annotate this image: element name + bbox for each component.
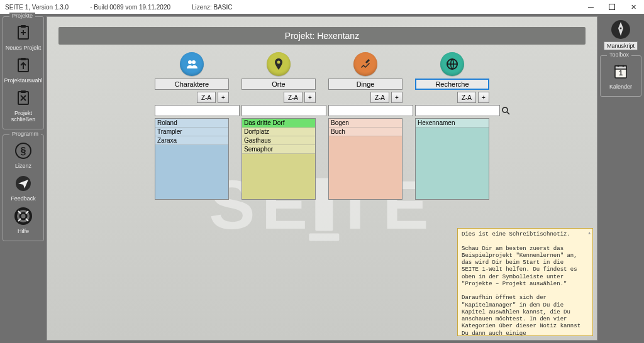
category-title[interactable]: Orte bbox=[242, 79, 316, 90]
calendar-label: Kalender bbox=[609, 84, 632, 90]
sort-button[interactable]: Z-A bbox=[197, 92, 216, 103]
item-list: Das dritte DorfDorfplatzGasthausSemaphor bbox=[242, 118, 316, 200]
window-close-button[interactable] bbox=[623, 0, 644, 14]
search-input[interactable] bbox=[242, 105, 326, 116]
svg-point-9 bbox=[16, 209, 31, 224]
desk-note[interactable]: ▴ Dies ist eine Schreibtischnotiz. Schau… bbox=[457, 228, 593, 336]
category-card: CharaktereZ-A+RolandTramplerZaraxa bbox=[155, 52, 229, 200]
svg-text:1: 1 bbox=[619, 69, 623, 77]
help-button[interactable]: Hilfe bbox=[5, 205, 42, 234]
category-card: RechercheZ-A+Hexennamen bbox=[415, 52, 489, 200]
list-item[interactable]: Semaphor bbox=[242, 145, 315, 154]
sort-button[interactable]: Z-A bbox=[457, 92, 476, 103]
category-cards-row: CharaktereZ-A+RolandTramplerZaraxaOrteZ-… bbox=[47, 52, 597, 200]
svg-text:§: § bbox=[21, 146, 26, 156]
desk-note-text: Dies ist eine Schreibtischnotiz. Schau D… bbox=[462, 231, 584, 336]
project-title: Projekt: Hexentanz bbox=[285, 31, 359, 41]
new-project-label: Neues Projekt bbox=[6, 45, 42, 51]
sidebar-right: Manuskript Toolbox 1 Kalender bbox=[600, 16, 641, 340]
paragraph-icon: § bbox=[13, 140, 34, 161]
add-button[interactable]: + bbox=[478, 92, 489, 103]
calendar-button[interactable]: 1 Kalender bbox=[602, 61, 639, 90]
pen-nib-icon bbox=[610, 19, 631, 40]
group-label-program: Programm bbox=[9, 131, 41, 137]
add-button[interactable]: + bbox=[391, 92, 402, 103]
license-button[interactable]: § Lizenz bbox=[5, 140, 42, 169]
list-item[interactable]: Das dritte Dorf bbox=[242, 119, 315, 128]
project-title-bar: Projekt: Hexentanz bbox=[58, 27, 586, 45]
list-item[interactable]: Trampler bbox=[155, 128, 228, 136]
svg-point-10 bbox=[20, 213, 26, 219]
search-input[interactable] bbox=[328, 105, 413, 116]
help-label: Hilfe bbox=[18, 228, 29, 234]
svg-point-26 bbox=[502, 107, 508, 112]
category-title[interactable]: Dinge bbox=[328, 79, 402, 90]
svg-point-12 bbox=[620, 28, 622, 30]
group-label-projects: Projekte bbox=[9, 13, 35, 19]
manuscript-button[interactable]: Manuskript bbox=[600, 19, 641, 50]
title-main: SEITE 1, Version 1.3.0 bbox=[0, 4, 69, 11]
feedback-button[interactable]: Feedback bbox=[5, 173, 42, 202]
svg-point-21 bbox=[277, 61, 280, 64]
category-card: OrteZ-A+Das dritte DorfDorfplatzGasthaus… bbox=[242, 52, 316, 200]
list-item[interactable]: Dorfplatz bbox=[242, 128, 315, 136]
list-item[interactable]: Bogen bbox=[329, 119, 402, 128]
category-badge-icon bbox=[180, 52, 204, 76]
item-list: Hexennamen bbox=[415, 118, 489, 200]
manuscript-label: Manuskript bbox=[604, 41, 638, 50]
item-list: RolandTramplerZaraxa bbox=[155, 118, 229, 200]
svg-rect-5 bbox=[21, 90, 26, 93]
category-title[interactable]: Charaktere bbox=[155, 79, 229, 90]
category-card: DingeZ-A+BogenBuch bbox=[328, 52, 402, 200]
add-button[interactable]: + bbox=[304, 92, 316, 103]
add-button[interactable]: + bbox=[218, 92, 229, 103]
clipboard-arrow-up-icon bbox=[13, 55, 34, 76]
clipboard-plus-icon bbox=[13, 22, 34, 43]
svg-rect-23 bbox=[365, 59, 370, 63]
main-stage: SE TE Projekt: Hexentanz CharaktereZ-A+R… bbox=[47, 16, 597, 340]
search-icon[interactable] bbox=[501, 105, 510, 116]
list-item[interactable]: Zaraxa bbox=[155, 136, 228, 145]
clipboard-x-icon bbox=[13, 87, 34, 109]
search-input[interactable] bbox=[415, 105, 500, 116]
svg-point-19 bbox=[192, 60, 196, 64]
lifebuoy-icon bbox=[13, 205, 34, 227]
close-project-button[interactable]: Projekt schließen bbox=[5, 87, 42, 122]
item-list: BogenBuch bbox=[328, 118, 402, 200]
category-title[interactable]: Recherche bbox=[415, 79, 489, 90]
title-license: Lizenz: BASIC bbox=[187, 4, 232, 11]
license-label: Lizenz bbox=[15, 163, 31, 169]
window-minimize-button[interactable] bbox=[580, 0, 601, 14]
app-frame: Projekte Neues Projekt Projektauswahl Pr… bbox=[0, 14, 644, 343]
feedback-label: Feedback bbox=[11, 195, 36, 202]
svg-point-16 bbox=[623, 65, 625, 67]
list-item[interactable]: Hexennamen bbox=[416, 119, 489, 128]
list-item[interactable]: Gasthaus bbox=[242, 136, 315, 145]
calendar-icon: 1 bbox=[610, 61, 631, 82]
paper-plane-icon bbox=[13, 173, 34, 194]
svg-rect-1 bbox=[21, 25, 26, 28]
list-item[interactable]: Roland bbox=[155, 119, 228, 128]
sidebar-left: Projekte Neues Projekt Projektauswahl Pr… bbox=[3, 16, 44, 340]
svg-point-18 bbox=[188, 60, 192, 64]
category-badge-icon bbox=[267, 52, 291, 76]
title-build: - Build 0089 vom 19.11.2020 bbox=[85, 4, 170, 11]
search-input[interactable] bbox=[155, 105, 240, 116]
new-project-button[interactable]: Neues Projekt bbox=[5, 22, 42, 51]
list-item[interactable]: Buch bbox=[329, 128, 402, 136]
sort-button[interactable]: Z-A bbox=[284, 92, 303, 103]
sort-button[interactable]: Z-A bbox=[370, 92, 389, 103]
sidebar-group-program: Programm § Lizenz Feedback Hilfe bbox=[3, 134, 44, 241]
category-badge-icon bbox=[353, 52, 377, 76]
window-titlebar: SEITE 1, Version 1.3.0 - Build 0089 vom … bbox=[0, 0, 644, 14]
note-scroll-indicator[interactable]: ▴ bbox=[588, 230, 591, 237]
svg-rect-3 bbox=[21, 58, 26, 60]
project-select-label: Projektauswahl bbox=[4, 77, 42, 84]
project-select-button[interactable]: Projektauswahl bbox=[5, 55, 42, 84]
svg-point-15 bbox=[618, 65, 619, 67]
close-project-label: Projekt schließen bbox=[5, 110, 42, 122]
group-label-toolbox: Toolbox bbox=[607, 52, 631, 58]
window-maximize-button[interactable] bbox=[601, 0, 623, 14]
sidebar-group-projects: Projekte Neues Projekt Projektauswahl Pr… bbox=[3, 16, 44, 129]
category-badge-icon bbox=[440, 52, 464, 76]
